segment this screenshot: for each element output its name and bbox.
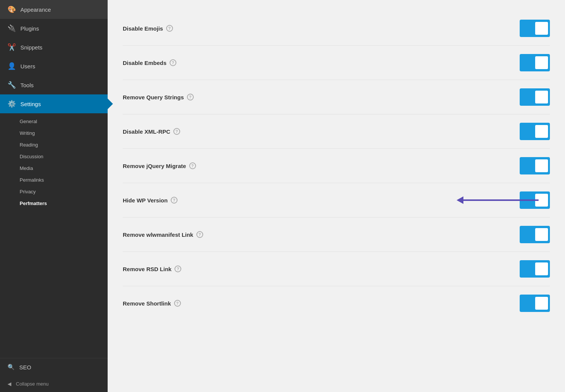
search-icon: 🔍 [8, 364, 15, 370]
toggle-disable-xml-rpc[interactable] [520, 123, 550, 140]
settings-list: Disable Emojis ? Disable Embeds ? Remove… [123, 11, 550, 320]
toggle-disable-emojis[interactable] [520, 20, 550, 37]
toggle-knob-remove-jquery-migrate [535, 159, 548, 172]
collapse-label: Collapse menu [16, 381, 49, 387]
settings-row-remove-query-strings: Remove Query Strings ? [123, 80, 550, 114]
toggle-remove-query-strings[interactable] [520, 88, 550, 106]
toggle-remove-rsd-link[interactable] [520, 260, 550, 278]
sidebar-item-label: Snippets [20, 44, 42, 51]
help-icon-hide-wp-version[interactable]: ? [171, 197, 178, 204]
settings-row-remove-shortlink: Remove Shortlink ? [123, 286, 550, 320]
settings-label-disable-xml-rpc: Disable XML-RPC ? [123, 128, 520, 135]
settings-label-disable-emojis: Disable Emojis ? [123, 25, 520, 32]
toggle-knob-disable-emojis [535, 22, 548, 35]
users-icon: 👤 [8, 62, 16, 70]
toggle-knob-remove-wlwmanifest-link [535, 228, 548, 241]
sidebar-nav: 🎨 Appearance 🔌 Plugins ✂️ Snippets 👤 Use… [0, 0, 108, 113]
sidebar-submenu: GeneralWritingReadingDiscussionMediaPerm… [0, 113, 108, 211]
arrow-line [463, 199, 539, 201]
toggle-knob-remove-shortlink [535, 297, 548, 310]
sidebar-submenu-item-general[interactable]: General [0, 116, 108, 127]
arrow-annotation [457, 196, 539, 204]
arrow-head [457, 196, 463, 204]
toggle-remove-wlwmanifest-link[interactable] [520, 226, 550, 243]
sidebar-submenu-item-writing[interactable]: Writing [0, 127, 108, 139]
toggle-remove-shortlink[interactable] [520, 295, 550, 312]
toggle-knob-disable-embeds [535, 56, 548, 69]
appearance-icon: 🎨 [8, 5, 16, 14]
sidebar-item-users[interactable]: 👤 Users [0, 57, 108, 76]
sidebar-item-seo[interactable]: 🔍 SEO [0, 358, 108, 376]
sidebar-collapse-button[interactable]: ◀ Collapse menu [0, 376, 108, 392]
settings-label-disable-embeds: Disable Embeds ? [123, 59, 520, 66]
seo-label: SEO [19, 364, 31, 370]
toggle-disable-embeds[interactable] [520, 54, 550, 71]
settings-row-disable-xml-rpc: Disable XML-RPC ? [123, 114, 550, 149]
sidebar-item-plugins[interactable]: 🔌 Plugins [0, 19, 108, 38]
toggle-knob-remove-query-strings [535, 91, 548, 103]
sidebar-submenu-item-discussion[interactable]: Discussion [0, 151, 108, 162]
sidebar-item-label: Settings [20, 101, 41, 107]
settings-label-remove-wlwmanifest-link: Remove wlwmanifest Link ? [123, 231, 520, 238]
sidebar-submenu-item-reading[interactable]: Reading [0, 139, 108, 151]
help-icon-disable-xml-rpc[interactable]: ? [173, 128, 180, 135]
help-icon-disable-embeds[interactable]: ? [170, 59, 176, 66]
toggle-knob-disable-xml-rpc [535, 125, 548, 138]
settings-label-remove-rsd-link: Remove RSD Link ? [123, 265, 520, 272]
sidebar-item-label: Tools [20, 82, 34, 88]
help-icon-remove-shortlink[interactable]: ? [174, 300, 181, 307]
tools-icon: 🔧 [8, 81, 16, 89]
help-icon-remove-rsd-link[interactable]: ? [174, 265, 181, 272]
toggle-remove-jquery-migrate[interactable] [520, 157, 550, 174]
main-content: Disable Emojis ? Disable Embeds ? Remove… [108, 0, 565, 392]
settings-row-disable-embeds: Disable Embeds ? [123, 46, 550, 80]
sidebar: 🎨 Appearance 🔌 Plugins ✂️ Snippets 👤 Use… [0, 0, 108, 392]
settings-row-remove-rsd-link: Remove RSD Link ? [123, 252, 550, 286]
settings-row-remove-jquery-migrate: Remove jQuery Migrate ? [123, 149, 550, 183]
plugins-icon: 🔌 [8, 24, 16, 32]
collapse-icon: ◀ [8, 381, 11, 387]
help-icon-remove-wlwmanifest-link[interactable]: ? [196, 231, 203, 238]
settings-row-hide-wp-version: Hide WP Version ? [123, 183, 550, 218]
help-icon-remove-jquery-migrate[interactable]: ? [189, 162, 196, 169]
sidebar-submenu-item-perfmatters[interactable]: Perfmatters [0, 198, 108, 209]
sidebar-item-appearance[interactable]: 🎨 Appearance [0, 0, 108, 19]
sidebar-submenu-item-privacy[interactable]: Privacy [0, 186, 108, 198]
settings-icon: ⚙️ [8, 100, 16, 108]
sidebar-item-label: Appearance [20, 6, 51, 13]
sidebar-item-label: Users [20, 63, 35, 69]
settings-label-remove-jquery-migrate: Remove jQuery Migrate ? [123, 162, 520, 169]
sidebar-item-snippets[interactable]: ✂️ Snippets [0, 38, 108, 57]
settings-label-remove-shortlink: Remove Shortlink ? [123, 300, 520, 307]
sidebar-item-label: Plugins [20, 25, 39, 32]
help-icon-remove-query-strings[interactable]: ? [187, 94, 194, 100]
sidebar-bottom: 🔍 SEO ◀ Collapse menu [0, 358, 108, 392]
settings-label-remove-query-strings: Remove Query Strings ? [123, 94, 520, 100]
snippets-icon: ✂️ [8, 43, 16, 51]
sidebar-item-settings[interactable]: ⚙️ Settings [0, 94, 108, 113]
settings-row-remove-wlwmanifest-link: Remove wlwmanifest Link ? [123, 218, 550, 252]
sidebar-item-tools[interactable]: 🔧 Tools [0, 76, 108, 94]
sidebar-submenu-item-media[interactable]: Media [0, 162, 108, 174]
help-icon-disable-emojis[interactable]: ? [166, 25, 173, 32]
toggle-knob-remove-rsd-link [535, 262, 548, 275]
settings-row-disable-emojis: Disable Emojis ? [123, 11, 550, 46]
sidebar-submenu-item-permalinks[interactable]: Permalinks [0, 174, 108, 186]
